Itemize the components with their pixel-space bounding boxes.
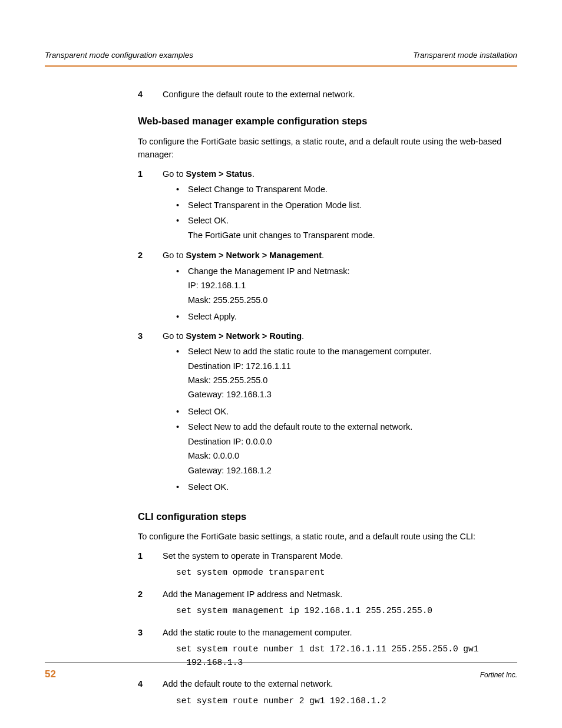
header-left: Transparent mode configuration examples — [45, 50, 193, 62]
page-number: 52 — [45, 667, 56, 682]
bullet-subline: The FortiGate unit changes to Transparen… — [188, 229, 517, 242]
bullet-list: •Select New to add the static route to t… — [163, 345, 517, 494]
section-b-title: CLI configuration steps — [138, 509, 517, 525]
bullet-subline: Gateway: 192.168.1.3 — [188, 388, 517, 401]
bullet-body: Select Transparent in the Operation Mode… — [188, 199, 517, 212]
list-step: 4Add the default route to the external n… — [138, 677, 517, 712]
code-block: set system opmode transparent — [163, 566, 517, 579]
step-number: 1 — [138, 167, 163, 245]
bullet-dot-icon: • — [176, 405, 188, 418]
bullet-body: Select Change to Transparent Mode. — [188, 183, 517, 196]
step-number: 2 — [138, 588, 163, 622]
step-number: 4 — [138, 88, 163, 101]
page-footer: 52 Fortinet Inc. — [45, 663, 517, 682]
step-text: Set the system to operate in Transparent… — [163, 549, 517, 562]
bullet-item: •Select New to add the static route to t… — [176, 345, 517, 403]
step-number: 1 — [138, 549, 163, 584]
bullet-subline: Mask: 255.255.255.0 — [188, 294, 517, 307]
bullet-subline: Mask: 0.0.0.0 — [188, 449, 517, 462]
bullet-item: •Select OK. — [176, 480, 517, 493]
bullet-dot-icon: • — [176, 199, 188, 212]
bullet-item: •Select OK.The FortiGate unit changes to… — [176, 214, 517, 243]
bullet-dot-icon: • — [176, 420, 188, 478]
bullet-dot-icon: • — [176, 183, 188, 196]
bullet-text: Select OK. — [188, 214, 517, 227]
step-lead: Go to System > Network > Management. — [163, 249, 517, 262]
header-right: Transparent mode installation — [413, 50, 517, 62]
bullet-text: Select OK. — [188, 480, 517, 493]
bullet-item: •Select New to add the default route to … — [176, 420, 517, 478]
bullet-subline: IP: 192.168.1.1 — [188, 279, 517, 292]
bullet-dot-icon: • — [176, 214, 188, 243]
step-text: Add the Management IP address and Netmas… — [163, 588, 517, 601]
section-a-title: Web-based manager example configuration … — [138, 114, 517, 129]
step-number: 3 — [138, 330, 163, 496]
step-lead: Go to System > Network > Routing. — [163, 330, 517, 342]
bullet-subline: Destination IP: 172.16.1.11 — [188, 360, 517, 373]
step-lead: Go to System > Status. — [163, 167, 517, 180]
step-body: Set the system to operate in Transparent… — [163, 549, 517, 584]
bullet-text: Select OK. — [188, 405, 517, 418]
bullet-item: •Select Change to Transparent Mode. — [176, 183, 517, 196]
bullet-dot-icon: • — [176, 480, 188, 493]
bullet-subline: Gateway: 192.168.1.2 — [188, 464, 517, 477]
bullet-item: •Select OK. — [176, 405, 517, 418]
section-a-intro: To configure the FortiGate basic setting… — [138, 135, 517, 162]
step-body: Add the default route to the external ne… — [163, 677, 517, 712]
step-number: 4 — [138, 677, 163, 712]
step-body: Add the Management IP address and Netmas… — [163, 588, 517, 622]
footer-company: Fortinet Inc. — [480, 670, 517, 681]
bullet-item: •Change the Management IP and Netmask:IP… — [176, 265, 517, 308]
step-body: Go to System > Network > Routing.•Select… — [163, 330, 517, 496]
bullet-text: Select Change to Transparent Mode. — [188, 183, 517, 196]
bullet-subline: Mask: 255.255.255.0 — [188, 374, 517, 387]
bullet-dot-icon: • — [176, 265, 188, 308]
pre-step-4: 4 Configure the default route to the ext… — [138, 88, 517, 101]
page-header: Transparent mode configuration examples … — [45, 50, 517, 67]
bullet-body: Select OK. — [188, 480, 517, 493]
bullet-text: Select Transparent in the Operation Mode… — [188, 199, 517, 212]
bullet-body: Select OK.The FortiGate unit changes to … — [188, 214, 517, 243]
bullet-text: Select Apply. — [188, 310, 517, 323]
step-text: Configure the default route to the exter… — [163, 88, 517, 101]
bullet-body: Change the Management IP and Netmask:IP:… — [188, 265, 517, 308]
bullet-list: •Select Change to Transparent Mode.•Sele… — [163, 183, 517, 243]
step-text: Add the static route to the management c… — [163, 626, 517, 639]
bullet-subline: Destination IP: 0.0.0.0 — [188, 435, 517, 448]
bullet-dot-icon: • — [176, 345, 188, 403]
step-body: Go to System > Network > Management.•Cha… — [163, 249, 517, 325]
list-step: 1Go to System > Status.•Select Change to… — [138, 167, 517, 245]
list-step: 2Add the Management IP address and Netma… — [138, 588, 517, 622]
step-number: 2 — [138, 249, 163, 325]
bullet-text: Select New to add the default route to t… — [188, 420, 517, 433]
bullet-body: Select New to add the default route to t… — [188, 420, 517, 478]
list-step: 2Go to System > Network > Management.•Ch… — [138, 249, 517, 325]
step-body: Go to System > Status.•Select Change to … — [163, 167, 517, 245]
bullet-list: •Change the Management IP and Netmask:IP… — [163, 265, 517, 324]
code-block: set system route number 2 gw1 192.168.1.… — [163, 694, 517, 707]
list-step: 3Go to System > Network > Routing.•Selec… — [138, 330, 517, 496]
bullet-body: Select OK. — [188, 405, 517, 418]
bullet-item: •Select Transparent in the Operation Mod… — [176, 199, 517, 212]
bullet-text: Select New to add the static route to th… — [188, 345, 517, 358]
list-step: 1Set the system to operate in Transparen… — [138, 549, 517, 584]
section-b-intro: To configure the FortiGate basic setting… — [138, 530, 517, 543]
bullet-text: Change the Management IP and Netmask: — [188, 265, 517, 278]
code-block: set system management ip 192.168.1.1 255… — [163, 604, 517, 617]
bullet-body: Select New to add the static route to th… — [188, 345, 517, 403]
bullet-dot-icon: • — [176, 310, 188, 323]
content-area: 4 Configure the default route to the ext… — [45, 88, 517, 712]
bullet-body: Select Apply. — [188, 310, 517, 323]
bullet-item: •Select Apply. — [176, 310, 517, 323]
